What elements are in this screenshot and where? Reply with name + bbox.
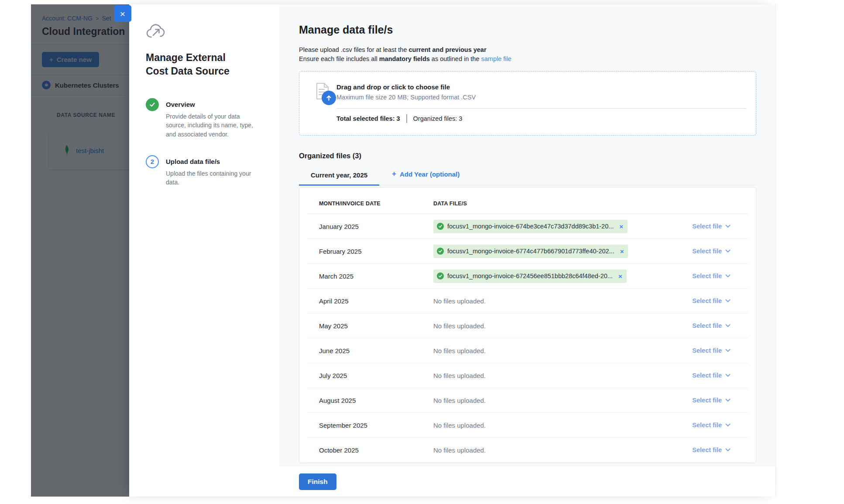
table-row: August 2025 No files uploaded. Select fi… — [307, 388, 748, 413]
file-success-check-icon — [437, 272, 444, 279]
create-new-button[interactable]: + Create new — [42, 52, 99, 67]
data-source-row[interactable]: test-jbisht — [49, 131, 129, 170]
main-content: Manage data file/s Please upload .csv fi… — [279, 4, 775, 467]
step-overview[interactable]: Overview Provide details of your data so… — [146, 98, 267, 139]
manage-data-source-drawer: Manage External Cost Data Source Overvie… — [129, 4, 776, 497]
close-button[interactable]: × — [114, 5, 131, 22]
file-counters: Total selected files: 3 Organized files:… — [336, 114, 756, 123]
select-file-button[interactable]: Select file — [692, 248, 731, 255]
month-label: July 2025 — [307, 372, 433, 379]
instruction-text: as outlined in the — [430, 55, 481, 62]
no-files-text: No files uploaded. — [433, 372, 486, 379]
total-selected-files: Total selected files: 3 — [336, 115, 400, 122]
drawer-footer: Finish — [279, 467, 775, 497]
select-file-button[interactable]: Select file — [692, 446, 731, 453]
select-file-button[interactable]: Select file — [692, 397, 731, 404]
step-upload[interactable]: 2 Upload data file/s Upload the files co… — [146, 155, 267, 187]
select-file-button[interactable]: Select file — [692, 347, 731, 354]
close-icon: × — [120, 9, 125, 18]
instruction-text: Ensure each file includes all — [299, 55, 379, 62]
month-label: February 2025 — [307, 248, 433, 255]
finish-button[interactable]: Finish — [299, 473, 336, 490]
chevron-down-icon — [725, 423, 731, 427]
external-cloud-icon — [146, 24, 165, 41]
month-label: March 2025 — [307, 272, 433, 280]
select-file-label: Select file — [692, 248, 722, 255]
breadcrumb-separator: > — [96, 15, 99, 22]
add-year-button[interactable]: + Add Year (optional) — [379, 170, 460, 185]
add-year-label: Add Year (optional) — [400, 170, 460, 178]
sample-file-link[interactable]: sample file — [481, 55, 511, 62]
select-file-label: Select file — [692, 422, 722, 429]
table-header-row: MONTH/INVOICE DATE DATA FILE/S — [307, 187, 748, 214]
file-name: focusv1_mongo-invoice-672456ee851bbb28c6… — [447, 272, 613, 279]
table-row: April 2025 No files uploaded. Select fil… — [307, 289, 748, 313]
select-file-label: Select file — [692, 297, 722, 304]
main-title: Manage data file/s — [299, 24, 756, 36]
no-files-text: No files uploaded. — [433, 397, 486, 404]
breadcrumb-account-link[interactable]: Account: CCM-NG — [42, 15, 93, 22]
select-file-button[interactable]: Select file — [692, 223, 731, 230]
uploaded-file-chip: focusv1_mongo-invoice-674be3ce47c73d37dd… — [433, 220, 628, 233]
main-panel: Manage data file/s Please upload .csv fi… — [279, 4, 776, 497]
select-file-button[interactable]: Select file — [692, 422, 731, 429]
file-dropzone[interactable]: Drag and drop or click to choose file Ma… — [299, 71, 756, 136]
remove-file-icon[interactable]: × — [618, 272, 622, 280]
chevron-down-icon — [725, 398, 731, 402]
select-file-button[interactable]: Select file — [692, 272, 731, 279]
select-file-label: Select file — [692, 372, 722, 379]
select-file-button[interactable]: Select file — [692, 322, 731, 329]
chevron-down-icon — [725, 225, 731, 228]
breadcrumb-section-link[interactable]: Set — [102, 15, 111, 22]
kubernetes-tab-label: Kubernetes Clusters — [55, 82, 119, 89]
table-row: September 2025 No files uploaded. Select… — [307, 413, 748, 438]
stepper-sidebar: Manage External Cost Data Source Overvie… — [129, 4, 279, 497]
remove-file-icon[interactable]: × — [619, 223, 623, 230]
file-name: focusv1_mongo-invoice-6774c477b667901d77… — [447, 248, 614, 255]
data-source-link[interactable]: test-jbisht — [76, 147, 104, 154]
tab-kubernetes-clusters[interactable]: ✱ Kubernetes Clusters — [31, 75, 129, 95]
select-file-button[interactable]: Select file — [692, 372, 731, 379]
month-rows: January 2025 focusv1_mongo-invoice-674be… — [307, 214, 748, 463]
plus-icon: + — [49, 56, 53, 63]
month-label: May 2025 — [307, 322, 433, 330]
month-label: June 2025 — [307, 347, 433, 354]
tab-current-year[interactable]: Current year, 2025 — [299, 171, 379, 186]
upload-arrow-icon — [322, 91, 336, 105]
kubernetes-icon: ✱ — [42, 81, 51, 89]
dropzone-subtitle: Maximum file size 20 MB; Supported forma… — [299, 91, 756, 101]
organized-files-heading: Organized files (3) — [299, 152, 756, 160]
divider — [406, 114, 407, 123]
select-file-button[interactable]: Select file — [692, 297, 731, 304]
mongodb-leaf-icon — [63, 145, 71, 156]
uploaded-file-chip: focusv1_mongo-invoice-6774c477b667901d77… — [433, 245, 628, 258]
month-label: September 2025 — [307, 422, 433, 429]
chevron-down-icon — [725, 274, 731, 278]
table-row: May 2025 No files uploaded. Select file — [307, 313, 748, 338]
step-overview-description: Provide details of your data source, inc… — [166, 112, 259, 139]
column-header-data-file: DATA FILE/S — [433, 201, 672, 207]
no-files-text: No files uploaded. — [433, 322, 486, 330]
table-row: January 2025 focusv1_mongo-invoice-674be… — [307, 214, 748, 239]
chevron-down-icon — [725, 349, 731, 352]
create-new-label: Create new — [57, 56, 92, 63]
instruction-text: Please upload .csv files for at least th… — [299, 46, 408, 53]
chevron-down-icon — [725, 299, 731, 303]
table-row: March 2025 focusv1_mongo-invoice-672456e… — [307, 264, 748, 289]
divider — [31, 75, 129, 75]
step-upload-description: Upload the files containing your data. — [166, 169, 259, 187]
page-title: Cloud Integration — [42, 26, 129, 37]
file-name: focusv1_mongo-invoice-674be3ce47c73d37dd… — [447, 223, 614, 230]
organized-files-card: MONTH/INVOICE DATE DATA FILE/S January 2… — [299, 187, 756, 463]
divider — [336, 108, 746, 109]
table-row: June 2025 No files uploaded. Select file — [307, 338, 748, 363]
month-label: April 2025 — [307, 297, 433, 305]
upload-file-icon — [316, 82, 338, 107]
table-row: October 2025 No files uploaded. Select f… — [307, 438, 748, 463]
select-file-label: Select file — [692, 347, 722, 354]
column-header-data-source-name: DATA SOURCE NAME — [57, 112, 129, 118]
table-row: July 2025 No files uploaded. Select file — [307, 363, 748, 388]
month-label: October 2025 — [307, 446, 433, 454]
remove-file-icon[interactable]: × — [620, 248, 624, 255]
file-success-check-icon — [437, 223, 444, 230]
